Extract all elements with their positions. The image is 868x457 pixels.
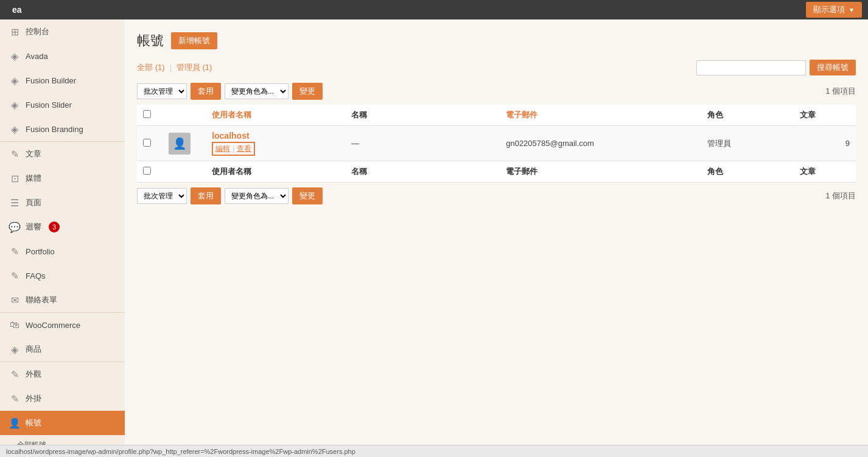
sidebar-item-label: Fusion Builder bbox=[26, 76, 76, 85]
role-select-top[interactable]: 變更角色為... bbox=[225, 83, 289, 99]
toolbar-bottom-left: 批次管理 套用 變更角色為... 變更 bbox=[137, 187, 323, 204]
display-options-button[interactable]: 顯示選項 ▼ bbox=[806, 2, 862, 18]
footer-name-header: 名稱 bbox=[345, 161, 500, 183]
sidebar-item-articles[interactable]: ✎ 文章 bbox=[0, 142, 125, 166]
top-bar-ea-label: ea bbox=[6, 5, 22, 15]
username-cell: localhost 編輯 | 查看 bbox=[206, 126, 345, 161]
sidebar-item-label: WooCommerce bbox=[26, 321, 80, 330]
filters-left: 全部 (1) | 管理員 (1) bbox=[137, 62, 212, 73]
select-all-checkbox[interactable] bbox=[143, 110, 151, 118]
search-box: 搜尋帳號 bbox=[696, 60, 856, 75]
sidebar-item-contact-form[interactable]: ✉ 聯絡表單 bbox=[0, 288, 125, 312]
footer-checkbox-col bbox=[137, 161, 163, 183]
main-content: 帳號 新增帳號 全部 (1) | 管理員 (1) 搜尋帳號 批次管理 套用 bbox=[125, 19, 868, 457]
fusion-branding-icon: ◈ bbox=[9, 123, 21, 135]
plugins-icon: ✎ bbox=[9, 392, 21, 405]
bulk-select-top[interactable]: 批次管理 bbox=[137, 83, 187, 99]
name-cell: — bbox=[345, 126, 500, 161]
filter-separator: | bbox=[170, 63, 172, 72]
posts-cell: 9 bbox=[794, 126, 856, 161]
sidebar-item-label: 聯絡表單 bbox=[26, 295, 57, 305]
comments-badge: 3 bbox=[49, 222, 60, 232]
row-checkbox[interactable] bbox=[143, 139, 151, 147]
sidebar-item-media[interactable]: ⊡ 媒體 bbox=[0, 166, 125, 190]
search-input[interactable] bbox=[696, 60, 806, 75]
filter-admin-link[interactable]: 管理員 (1) bbox=[177, 62, 212, 73]
sidebar-item-avada[interactable]: ◈ Avada bbox=[0, 44, 125, 68]
sidebar-item-portfolio[interactable]: ✎ Portfolio bbox=[0, 239, 125, 263]
sidebar-item-label: 外觀 bbox=[26, 369, 41, 380]
email-cell: gn02205785@gmail.com bbox=[500, 126, 701, 161]
footer-role-header: 角色 bbox=[701, 161, 794, 183]
sidebar-item-fusion-builder[interactable]: ◈ Fusion Builder bbox=[0, 68, 125, 92]
action-separator: | bbox=[233, 145, 234, 153]
apply-button-top[interactable]: 套用 bbox=[191, 83, 221, 100]
table-row: 👤 localhost 編輯 | 查看 — gn02205785@gmail.c… bbox=[137, 126, 856, 161]
filters-row: 全部 (1) | 管理員 (1) 搜尋帳號 bbox=[137, 60, 856, 75]
avatar: 👤 bbox=[169, 133, 191, 155]
count-bottom: 1 個項目 bbox=[825, 188, 856, 204]
edit-link[interactable]: 編輯 bbox=[215, 144, 230, 154]
change-button-bottom[interactable]: 變更 bbox=[292, 187, 323, 204]
header-name: 名稱 bbox=[345, 105, 500, 126]
pages-icon: ☰ bbox=[9, 197, 21, 209]
row-checkbox-cell bbox=[137, 126, 163, 161]
sidebar-item-label: Fusion Slider bbox=[26, 100, 72, 110]
sidebar-item-faqs[interactable]: ✎ FAQs bbox=[0, 263, 125, 288]
sidebar-item-appearance[interactable]: ✎ 外觀 bbox=[0, 362, 125, 386]
view-link[interactable]: 查看 bbox=[237, 144, 251, 154]
fusion-slider-icon: ◈ bbox=[9, 99, 21, 111]
footer-email-header: 電子郵件 bbox=[500, 161, 701, 183]
page-header: 帳號 新增帳號 bbox=[137, 32, 856, 50]
portfolio-icon: ✎ bbox=[9, 245, 21, 257]
sidebar-item-label: 文章 bbox=[26, 148, 41, 159]
sidebar-item-comments[interactable]: 💬 迴響 3 bbox=[0, 215, 125, 239]
faqs-icon: ✎ bbox=[9, 270, 21, 282]
header-avatar-col bbox=[163, 105, 206, 126]
status-url: localhost/wordpress-image/wp-admin/profi… bbox=[6, 448, 355, 455]
sidebar-item-plugins[interactable]: ✎ 外掛 bbox=[0, 386, 125, 411]
sidebar-item-label: 迴響 bbox=[26, 222, 41, 232]
user-table: 使用者名稱 名稱 電子郵件 角色 文章 👤 localhost 編輯 bbox=[137, 105, 856, 183]
sidebar-item-control-panel[interactable]: ⊞ 控制台 bbox=[0, 19, 125, 44]
chevron-down-icon: ▼ bbox=[849, 7, 855, 13]
username-link[interactable]: localhost bbox=[212, 131, 339, 141]
toolbar-top-left: 批次管理 套用 變更角色為... 變更 bbox=[137, 83, 323, 100]
role-select-bottom[interactable]: 變更角色為... bbox=[225, 188, 289, 204]
fusion-builder-icon: ◈ bbox=[9, 74, 21, 86]
appearance-icon: ✎ bbox=[9, 368, 21, 380]
sidebar-item-products[interactable]: ◈ 商品 bbox=[0, 337, 125, 361]
toolbar-bottom: 批次管理 套用 變更角色為... 變更 1 個項目 bbox=[137, 187, 856, 204]
sidebar-item-label: Avada bbox=[26, 52, 48, 61]
header-posts: 文章 bbox=[794, 105, 856, 126]
header-checkbox-col bbox=[137, 105, 163, 126]
filter-all-link[interactable]: 全部 (1) bbox=[137, 62, 165, 73]
sidebar-item-fusion-branding[interactable]: ◈ Fusion Branding bbox=[0, 117, 125, 141]
search-button[interactable]: 搜尋帳號 bbox=[810, 60, 856, 75]
sidebar-item-label: Fusion Branding bbox=[26, 125, 83, 134]
change-button-top[interactable]: 變更 bbox=[292, 83, 323, 100]
comments-icon: 💬 bbox=[9, 221, 21, 233]
articles-icon: ✎ bbox=[9, 148, 21, 160]
new-account-button[interactable]: 新增帳號 bbox=[171, 32, 217, 49]
sidebar-item-label: 帳號 bbox=[26, 417, 41, 428]
apply-button-bottom[interactable]: 套用 bbox=[191, 187, 221, 204]
footer-username-header: 使用者名稱 bbox=[206, 161, 345, 183]
sidebar-item-label: 控制台 bbox=[26, 26, 49, 37]
count-top: 1 個項目 bbox=[825, 83, 856, 99]
sidebar-item-label: Portfolio bbox=[26, 247, 55, 256]
top-bar: ea 顯示選項 ▼ bbox=[0, 0, 868, 19]
header-email[interactable]: 電子郵件 bbox=[500, 105, 701, 126]
bulk-select-bottom[interactable]: 批次管理 bbox=[137, 188, 187, 204]
sidebar: ⊞ 控制台 ◈ Avada ◈ Fusion Builder ◈ Fusion … bbox=[0, 19, 125, 457]
sidebar-item-fusion-slider[interactable]: ◈ Fusion Slider bbox=[0, 92, 125, 117]
footer-select-all[interactable] bbox=[143, 167, 151, 175]
table-row-footer-header: 使用者名稱 名稱 電子郵件 角色 文章 bbox=[137, 161, 856, 183]
sidebar-item-woocommerce[interactable]: 🛍 WooCommerce bbox=[0, 313, 125, 337]
avatar-cell: 👤 bbox=[163, 126, 206, 161]
sidebar-item-pages[interactable]: ☰ 頁面 bbox=[0, 190, 125, 215]
header-username[interactable]: 使用者名稱 bbox=[206, 105, 345, 126]
sidebar-item-accounts[interactable]: 👤 帳號 bbox=[0, 411, 125, 435]
footer-posts-header: 文章 bbox=[794, 161, 856, 183]
header-role: 角色 bbox=[701, 105, 794, 126]
